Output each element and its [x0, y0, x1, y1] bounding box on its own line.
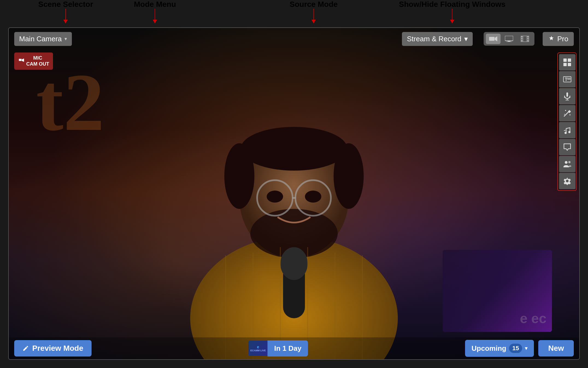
- mic-cam-icon: [18, 58, 24, 64]
- svg-rect-30: [527, 36, 528, 37]
- scene-selector-label: Scene Selector: [38, 0, 93, 9]
- svg-rect-40: [568, 63, 571, 66]
- audio-mixer-button[interactable]: [559, 88, 575, 104]
- svg-marker-22: [495, 36, 497, 41]
- pencil-icon: [22, 345, 29, 352]
- svg-rect-24: [508, 41, 510, 42]
- svg-rect-31: [527, 38, 528, 39]
- grid-view-button[interactable]: [559, 54, 575, 71]
- mode-menu-text: Stream & Record: [407, 35, 461, 43]
- svg-point-51: [565, 110, 566, 111]
- svg-point-53: [564, 114, 565, 115]
- ecamm-live-text: ECAMM LIVE: [250, 349, 266, 352]
- toolbar: Main Camera ▾ Stream & Record ▾: [9, 28, 579, 50]
- svg-rect-25: [506, 42, 512, 42]
- svg-point-55: [568, 131, 571, 133]
- mic-label: MIC: [26, 55, 49, 61]
- chat-button[interactable]: [559, 139, 575, 155]
- source-film-button[interactable]: [518, 34, 532, 44]
- music-button[interactable]: [559, 122, 575, 138]
- svg-rect-29: [521, 40, 522, 41]
- audience-button[interactable]: [559, 156, 575, 172]
- svg-rect-28: [521, 38, 522, 39]
- floating-windows-annotation: Show/Hide Floating Windows: [399, 0, 505, 24]
- upcoming-count-badge: 15: [509, 344, 522, 353]
- chevron-down-icon: ▾: [64, 36, 67, 42]
- source-mode-annotation: Source Mode: [290, 0, 338, 24]
- video-area: t2 e ec: [9, 28, 579, 359]
- svg-rect-37: [563, 59, 567, 62]
- upcoming-label: Upcoming: [472, 344, 506, 353]
- svg-rect-23: [505, 36, 513, 41]
- source-camera-button[interactable]: [486, 34, 501, 44]
- svg-point-58: [568, 161, 571, 163]
- svg-rect-43: [567, 78, 571, 80]
- new-label: New: [548, 344, 564, 352]
- svg-line-56: [564, 130, 566, 131]
- pro-label: Pro: [557, 35, 568, 43]
- new-button[interactable]: New: [538, 340, 574, 357]
- source-mode-group: [484, 32, 534, 46]
- svg-rect-21: [489, 37, 495, 41]
- svg-point-52: [569, 114, 571, 115]
- mode-menu-button[interactable]: Stream & Record ▾: [402, 32, 472, 46]
- svg-rect-44: [566, 92, 568, 97]
- event-time-label: In 1 Day: [267, 340, 308, 357]
- source-mode-label: Source Mode: [290, 0, 338, 9]
- cam-out-label: CAM OUT: [26, 61, 49, 67]
- source-screen-button[interactable]: [502, 34, 516, 44]
- preview-mode-label: Preview Mode: [32, 344, 83, 353]
- bg-screen: e ec: [443, 250, 552, 332]
- overlay-button[interactable]: T: [559, 71, 575, 87]
- pro-button[interactable]: Pro: [543, 32, 574, 46]
- mic-cam-button[interactable]: MIC CAM OUT: [14, 52, 53, 70]
- event-badge[interactable]: e ECAMM LIVE In 1 Day: [248, 340, 308, 357]
- scene-selector-button[interactable]: Main Camera ▾: [14, 32, 72, 46]
- svg-rect-35: [19, 59, 22, 61]
- upcoming-chevron-icon: ▾: [525, 345, 527, 351]
- floating-windows-label: Show/Hide Floating Windows: [399, 0, 505, 9]
- mode-menu-chevron-icon: ▾: [464, 35, 468, 43]
- scene-selector-annotation: Scene Selector: [38, 0, 93, 24]
- event-thumbnail: e ECAMM LIVE: [248, 341, 267, 356]
- svg-rect-32: [527, 40, 528, 41]
- mode-menu-label: Mode Menu: [134, 0, 176, 9]
- effects-button[interactable]: [559, 105, 575, 121]
- bottom-bar: Preview Mode e ECAMM LIVE In 1 Day Upcom…: [9, 337, 579, 359]
- svg-text:T: T: [565, 77, 568, 82]
- svg-point-54: [565, 132, 567, 134]
- settings-button[interactable]: [559, 173, 575, 189]
- mic-cam-text: MIC CAM OUT: [26, 55, 49, 67]
- svg-rect-27: [521, 36, 522, 37]
- preview-mode-button[interactable]: Preview Mode: [14, 340, 92, 357]
- mode-menu-annotation: Mode Menu: [134, 0, 176, 24]
- floating-panel: T: [557, 52, 577, 191]
- svg-point-57: [565, 161, 568, 164]
- upcoming-button[interactable]: Upcoming 15 ▾: [465, 340, 534, 357]
- app-container: t2 e ec: [8, 27, 580, 360]
- svg-rect-38: [568, 59, 571, 62]
- scene-selector-text: Main Camera: [19, 35, 62, 43]
- svg-rect-39: [563, 63, 567, 66]
- svg-marker-36: [22, 59, 24, 62]
- svg-point-60: [566, 180, 569, 182]
- event-logo: e: [257, 345, 259, 349]
